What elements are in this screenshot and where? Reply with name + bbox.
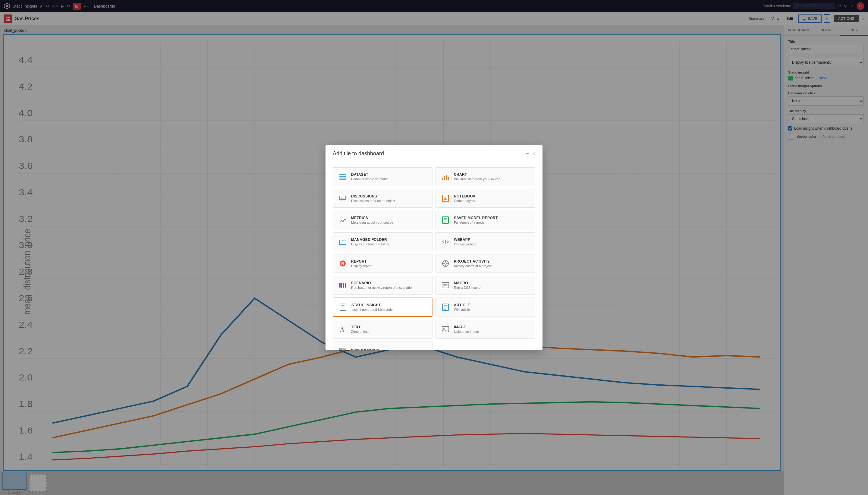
tile-icon-metrics xyxy=(338,215,347,225)
tile-desc-managed-folder: Display content of a folder xyxy=(351,242,389,246)
tile-info-notebook: NOTEBOOK Code analysis xyxy=(454,194,475,203)
tile-card-web-content[interactable]: WEB CONTENT xyxy=(333,342,433,350)
svg-rect-30 xyxy=(442,178,443,180)
minimize-button[interactable]: − xyxy=(526,151,528,156)
tile-icon-image xyxy=(441,324,450,334)
svg-point-48 xyxy=(445,264,446,266)
svg-rect-31 xyxy=(444,176,445,180)
svg-point-36 xyxy=(344,198,345,199)
tile-name-report: REPORT xyxy=(351,259,371,263)
tile-card-chart[interactable]: CHART Visualize data from your source xyxy=(435,167,535,186)
tile-desc-report: Display report xyxy=(351,264,371,268)
tile-desc-project-activity: Activity charts of a project xyxy=(454,264,491,268)
tile-name-static-insight: STATIC INSIGHT xyxy=(351,303,393,307)
tile-icon-web-content xyxy=(338,346,347,350)
tile-info-chart: CHART Visualize data from your source xyxy=(454,172,500,181)
tile-card-macro[interactable]: MACRO Run a DSS macro xyxy=(435,276,535,294)
tile-desc-discussions: Discussions feed on an object xyxy=(351,199,395,203)
tile-desc-article: Wiki article xyxy=(454,308,470,311)
tile-desc-image: Upload an image xyxy=(454,330,479,334)
svg-text:A: A xyxy=(340,326,345,333)
tile-desc-metrics: Meta data about your source xyxy=(351,221,393,224)
svg-rect-29 xyxy=(340,180,346,180)
tile-desc-webapp: Display webapp xyxy=(454,242,478,246)
tile-icon-article xyxy=(441,302,450,312)
tile-card-project-activity[interactable]: PROJECT ACTIVITY Activity charts of a pr… xyxy=(435,254,535,273)
tile-icon-managed-folder xyxy=(338,237,347,246)
tile-icon-webapp xyxy=(441,237,450,246)
tile-name-metrics: METRICS xyxy=(351,216,393,220)
tile-desc-text: Zone of text xyxy=(351,330,369,334)
tile-name-webapp: WEBAPP xyxy=(454,238,478,242)
tile-card-static-insight[interactable]: STATIC INSIGHT Insight generated from co… xyxy=(333,297,433,317)
svg-point-38 xyxy=(341,220,342,221)
tile-card-discussions[interactable]: DISCUSSIONS Discussions feed on an objec… xyxy=(333,189,433,208)
tile-card-webapp[interactable]: WEBAPP Display webapp xyxy=(435,233,535,251)
tile-card-article[interactable]: ARTICLE Wiki article xyxy=(435,297,535,317)
tile-card-dataset[interactable]: DATASET Partial or whole datatable xyxy=(333,167,433,186)
tile-icon-scenario xyxy=(338,280,347,290)
tile-desc-scenario: Run button or activity report of a scena… xyxy=(351,286,412,289)
tile-info-managed-folder: MANAGED FOLDER Display content of a fold… xyxy=(351,238,389,246)
tile-name-notebook: NOTEBOOK xyxy=(454,194,475,198)
svg-rect-33 xyxy=(448,177,449,180)
tile-icon-chart xyxy=(441,172,450,182)
tile-card-report[interactable]: R REPORT Display report xyxy=(333,254,433,273)
tile-name-web-content: WEB CONTENT xyxy=(351,348,379,350)
tile-name-image: IMAGE xyxy=(454,325,479,329)
tile-card-managed-folder[interactable]: MANAGED FOLDER Display content of a fold… xyxy=(333,233,433,251)
tile-icon-text: A xyxy=(338,324,347,334)
tile-name-managed-folder: MANAGED FOLDER xyxy=(351,238,389,242)
modal-header: Add tile to dashboard − × xyxy=(326,145,542,161)
svg-point-46 xyxy=(445,261,446,262)
svg-rect-52 xyxy=(345,283,346,288)
tile-name-text: TEXT xyxy=(351,325,369,329)
tile-info-macro: MACRO Run a DSS macro xyxy=(454,281,481,289)
tile-card-notebook[interactable]: NOTEBOOK Code analysis xyxy=(435,189,535,208)
svg-rect-27 xyxy=(340,176,346,177)
tile-info-text: TEXT Zone of text xyxy=(351,325,369,334)
tile-card-scenario[interactable]: SCENARIO Run button or activity report o… xyxy=(333,276,433,294)
tile-card-metrics[interactable]: METRICS Meta data about your source xyxy=(333,211,433,229)
svg-rect-32 xyxy=(446,175,447,180)
tile-desc-dataset: Partial or whole datatable xyxy=(351,177,388,181)
add-tile-modal: Add tile to dashboard − × DATASET Partia… xyxy=(326,145,542,350)
tile-info-scenario: SCENARIO Run button or activity report o… xyxy=(351,281,412,289)
modal-overlay[interactable]: Add tile to dashboard − × DATASET Partia… xyxy=(0,0,868,495)
svg-rect-49 xyxy=(340,283,341,288)
svg-point-60 xyxy=(443,328,445,329)
svg-line-41 xyxy=(445,240,446,244)
tile-desc-saved-model-report: Full report of a model xyxy=(454,221,498,224)
tile-name-dataset: DATASET xyxy=(351,172,388,177)
tile-info-metrics: METRICS Meta data about your source xyxy=(351,216,393,224)
tile-info-static-insight: STATIC INSIGHT Insight generated from co… xyxy=(351,303,393,311)
tile-desc-static-insight: Insight generated from code xyxy=(351,308,393,311)
tile-name-project-activity: PROJECT ACTIVITY xyxy=(454,259,491,263)
tile-name-scenario: SCENARIO xyxy=(351,281,412,285)
tile-info-report: REPORT Display report xyxy=(351,259,371,268)
svg-rect-28 xyxy=(340,177,346,178)
tile-info-web-content: WEB CONTENT xyxy=(351,348,379,350)
tile-info-article: ARTICLE Wiki article xyxy=(454,303,470,311)
svg-rect-50 xyxy=(341,283,342,288)
tile-icon-discussions xyxy=(338,193,347,203)
svg-point-39 xyxy=(342,221,344,222)
svg-rect-56 xyxy=(340,304,346,310)
tile-info-saved-model-report: SAVED MODEL REPORT Full report of a mode… xyxy=(454,216,498,224)
tile-card-saved-model-report[interactable]: SAVED MODEL REPORT Full report of a mode… xyxy=(435,211,535,229)
svg-point-34 xyxy=(341,198,342,199)
tile-card-text[interactable]: A TEXT Zone of text xyxy=(333,320,433,339)
tile-info-image: IMAGE Upload an image xyxy=(454,325,479,334)
tile-icon-static-insight xyxy=(338,302,348,312)
tile-icon-dataset xyxy=(338,172,347,182)
close-button[interactable]: × xyxy=(533,151,535,156)
tile-card-image[interactable]: IMAGE Upload an image xyxy=(435,320,535,339)
svg-point-62 xyxy=(340,349,341,349)
tile-info-discussions: DISCUSSIONS Discussions feed on an objec… xyxy=(351,194,395,203)
tile-info-dataset: DATASET Partial or whole datatable xyxy=(351,172,388,181)
tile-info-webapp: WEBAPP Display webapp xyxy=(454,238,478,246)
tile-name-saved-model-report: SAVED MODEL REPORT xyxy=(454,216,498,220)
tile-info-project-activity: PROJECT ACTIVITY Activity charts of a pr… xyxy=(454,259,491,268)
svg-rect-53 xyxy=(442,283,449,288)
svg-text:R: R xyxy=(341,261,344,266)
